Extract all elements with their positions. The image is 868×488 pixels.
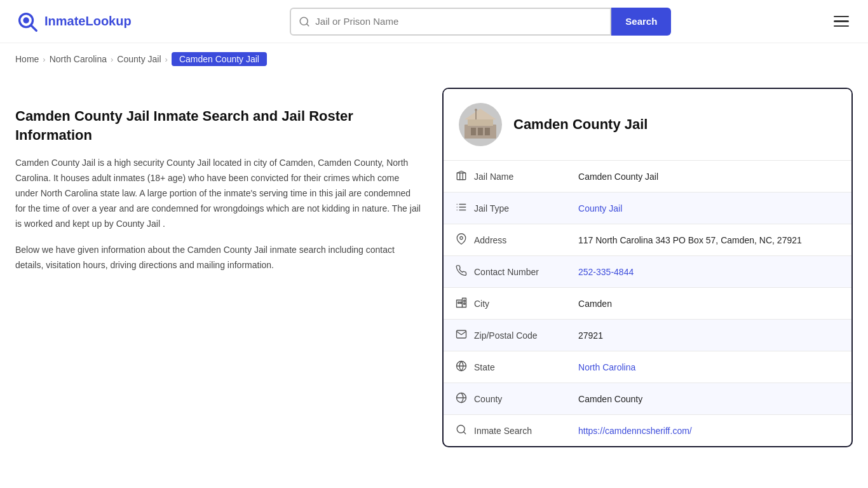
search-input[interactable] [315,16,602,27]
table-row: Address117 North Carolina 343 PO Box 57,… [444,224,851,256]
field-label: Inmate Search [474,426,532,436]
svg-rect-9 [478,128,483,135]
field-value: 27921 [567,320,851,351]
logo[interactable]: InmateLookup [15,10,132,34]
jail-card: Camden County Jail Jail NameCamden Count… [442,88,853,447]
table-row: Contact Number252-335-4844 [444,256,851,288]
jail-icon [455,170,468,183]
logo-text: InmateLookup [44,14,132,29]
jail-logo [459,103,502,146]
field-link[interactable]: https://camdenncsheriff.com/ [578,426,692,436]
table-row: Jail NameCamden County Jail [444,161,851,193]
city-icon [455,297,468,310]
logo-icon [15,10,39,34]
phone-icon [455,265,468,278]
field-value: Camden [567,288,851,320]
svg-rect-13 [457,173,466,180]
svg-line-2 [31,25,37,30]
field-label: County [474,394,502,404]
breadcrumb-current: Camden County Jail [172,52,267,66]
header: InmateLookup Search [0,0,868,43]
page-description-2: Below we have given information about th… [15,243,422,273]
field-value[interactable]: North Carolina [567,351,851,383]
left-column: Camden County Jail Inmate Search and Jai… [15,88,422,285]
breadcrumb-state[interactable]: North Carolina [50,54,107,64]
field-value: 117 North Carolina 343 PO Box 57, Camden… [567,224,851,256]
breadcrumb-sep-3: › [165,55,168,64]
breadcrumb: Home › North Carolina › County Jail › Ca… [0,43,868,75]
table-row: Inmate Searchhttps://camdenncsheriff.com… [444,415,851,447]
svg-point-1 [23,17,29,23]
mail-icon [455,329,468,342]
field-link[interactable]: 252-335-4844 [578,267,634,277]
svg-rect-8 [471,128,476,135]
list-icon [455,201,468,215]
table-row: Zip/Postal Code27921 [444,320,851,351]
field-label: Zip/Postal Code [474,330,538,341]
field-value: Camden County [567,383,851,415]
search-button[interactable]: Search [611,8,671,36]
svg-line-4 [307,24,309,25]
search-wrapper [290,8,611,36]
field-label: State [474,362,495,372]
breadcrumb-sep-2: › [111,55,113,64]
breadcrumb-sep-1: › [43,55,45,64]
svg-point-22 [460,236,463,240]
field-label: Jail Name [474,172,513,182]
field-link[interactable]: North Carolina [578,362,635,372]
field-label: City [474,299,489,309]
svg-rect-28 [464,303,465,304]
field-value[interactable]: County Jail [567,193,851,224]
svg-line-34 [463,431,465,433]
search-icon [299,16,310,27]
svg-marker-7 [465,109,496,119]
pin-icon [455,233,468,247]
jail-card-header: Camden County Jail [444,89,851,161]
main-content: Camden County Jail Inmate Search and Jai… [0,75,868,473]
field-link[interactable]: County Jail [578,203,622,214]
table-row: CountyCamden County [444,383,851,415]
field-label: Address [474,235,506,245]
breadcrumb-type[interactable]: County Jail [117,54,161,64]
svg-rect-26 [461,302,462,303]
search-area: Search [290,8,671,36]
field-value: Camden County Jail [567,161,851,193]
table-row: Jail TypeCounty Jail [444,193,851,224]
search-icon [455,424,468,437]
breadcrumb-home[interactable]: Home [15,54,39,64]
table-row: CityCamden [444,288,851,320]
table-row: StateNorth Carolina [444,351,851,383]
page-description-1: Camden County Jail is a high security Co… [15,156,422,231]
svg-point-12 [475,109,477,111]
menu-button[interactable] [830,12,853,31]
right-column: Camden County Jail Jail NameCamden Count… [442,88,853,447]
field-value[interactable]: 252-335-4844 [567,256,851,288]
field-label: Contact Number [474,267,539,277]
field-value[interactable]: https://camdenncsheriff.com/ [567,415,851,447]
info-table: Jail NameCamden County JailJail TypeCoun… [444,161,851,446]
county-icon [455,392,468,405]
svg-rect-27 [464,300,465,301]
svg-rect-25 [458,302,459,303]
jail-building-icon [461,105,499,144]
svg-rect-11 [475,111,477,119]
globe-icon [455,360,468,374]
field-label: Jail Type [474,203,509,214]
svg-rect-6 [468,119,493,126]
svg-rect-10 [485,128,490,135]
page-title: Camden County Jail Inmate Search and Jai… [15,107,422,144]
jail-card-name: Camden County Jail [513,116,648,133]
